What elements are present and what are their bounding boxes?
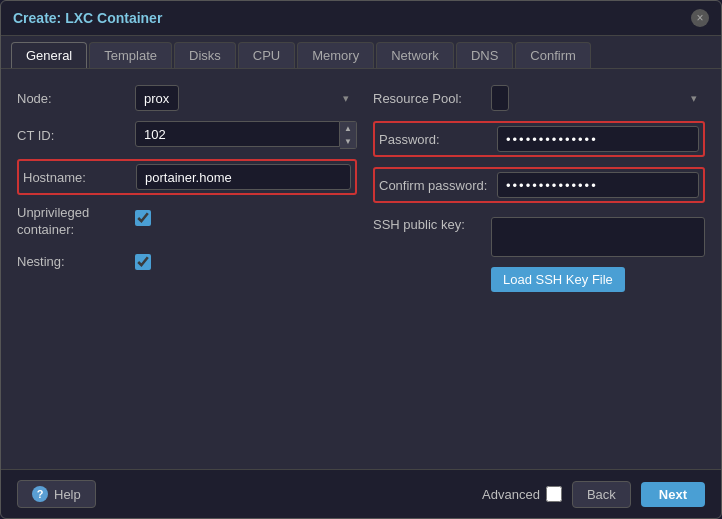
resource-pool-row: Resource Pool: [373,85,705,111]
next-button[interactable]: Next [641,482,705,507]
ssh-key-textarea[interactable] [491,217,705,257]
confirm-password-label: Confirm password: [379,178,489,193]
resource-pool-select[interactable] [491,85,509,111]
close-button[interactable]: × [691,9,709,27]
left-column: Node: prox CT ID: ▲ ▼ Hostname: [17,85,357,453]
form-content: Node: prox CT ID: ▲ ▼ Hostname: [1,69,721,469]
resource-pool-select-wrap [491,85,705,111]
hostname-row: Hostname: [17,159,357,195]
node-select[interactable]: prox [135,85,179,111]
node-row: Node: prox [17,85,357,111]
tab-bar: General Template Disks CPU Memory Networ… [1,36,721,69]
unprivileged-checkbox-wrap [135,205,151,231]
hostname-input[interactable] [136,164,351,190]
ctid-spinner-buttons: ▲ ▼ [340,121,357,149]
password-input[interactable] [497,126,699,152]
ctid-spinner: ▲ ▼ [135,121,357,149]
password-row: Password: [373,121,705,157]
tab-confirm[interactable]: Confirm [515,42,591,68]
hostname-label: Hostname: [23,170,128,185]
ctid-decrement[interactable]: ▼ [340,135,356,148]
load-ssh-row: Load SSH Key File [491,267,705,292]
window-title: Create: LXC Container [13,10,162,26]
ctid-label: CT ID: [17,128,127,143]
ctid-input[interactable] [135,121,340,147]
node-select-wrap: prox [135,85,357,111]
tab-template[interactable]: Template [89,42,172,68]
resource-pool-label: Resource Pool: [373,91,483,106]
confirm-password-input[interactable] [497,172,699,198]
ctid-row: CT ID: ▲ ▼ [17,121,357,149]
node-label: Node: [17,91,127,106]
back-button[interactable]: Back [572,481,631,508]
right-column: Resource Pool: Password: Confirm passwor… [373,85,705,453]
ssh-key-label: SSH public key: [373,217,483,232]
unprivileged-row: Unprivileged container: [17,205,357,239]
advanced-checkbox[interactable] [546,486,562,502]
advanced-wrap: Advanced [482,486,562,502]
create-lxc-container-window: Create: LXC Container × General Template… [0,0,722,519]
tab-network[interactable]: Network [376,42,454,68]
tab-cpu[interactable]: CPU [238,42,295,68]
tab-general[interactable]: General [11,42,87,68]
confirm-password-row: Confirm password: [373,167,705,203]
unprivileged-label: Unprivileged container: [17,205,127,239]
nesting-checkbox[interactable] [135,254,151,270]
advanced-label: Advanced [482,487,540,502]
title-bar: Create: LXC Container × [1,1,721,36]
help-icon: ? [32,486,48,502]
tab-dns[interactable]: DNS [456,42,513,68]
nesting-checkbox-wrap [135,249,151,275]
load-ssh-button[interactable]: Load SSH Key File [491,267,625,292]
unprivileged-checkbox[interactable] [135,210,151,226]
password-label: Password: [379,132,489,147]
footer-right: Advanced Back Next [482,481,705,508]
ctid-increment[interactable]: ▲ [340,122,356,135]
ssh-key-row: SSH public key: [373,217,705,257]
tab-disks[interactable]: Disks [174,42,236,68]
footer: ? Help Advanced Back Next [1,469,721,518]
help-button[interactable]: ? Help [17,480,96,508]
tab-memory[interactable]: Memory [297,42,374,68]
nesting-label: Nesting: [17,254,127,269]
nesting-row: Nesting: [17,249,357,275]
